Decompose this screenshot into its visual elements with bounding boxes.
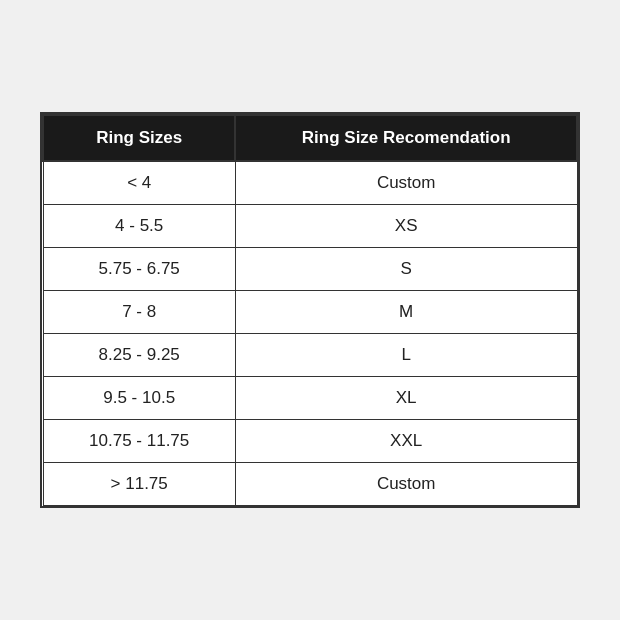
table-row: < 4Custom	[43, 161, 577, 205]
recommendation-value: Custom	[235, 463, 577, 506]
table-row: 4 - 5.5XS	[43, 205, 577, 248]
ring-size-value: 7 - 8	[43, 291, 235, 334]
recommendation-value: XXL	[235, 420, 577, 463]
ring-size-value: 5.75 - 6.75	[43, 248, 235, 291]
ring-size-value: 10.75 - 11.75	[43, 420, 235, 463]
recommendation-value: XL	[235, 377, 577, 420]
ring-size-chart: Ring Sizes Ring Size Recomendation < 4Cu…	[40, 112, 580, 508]
table-row: 9.5 - 10.5XL	[43, 377, 577, 420]
table-row: 10.75 - 11.75XXL	[43, 420, 577, 463]
recommendation-value: Custom	[235, 161, 577, 205]
ring-size-value: 8.25 - 9.25	[43, 334, 235, 377]
recommendation-value: XS	[235, 205, 577, 248]
ring-size-value: > 11.75	[43, 463, 235, 506]
ring-size-value: < 4	[43, 161, 235, 205]
recommendation-value: L	[235, 334, 577, 377]
recommendation-value: M	[235, 291, 577, 334]
col-header-recommendation: Ring Size Recomendation	[235, 115, 577, 161]
table-row: > 11.75Custom	[43, 463, 577, 506]
ring-size-value: 4 - 5.5	[43, 205, 235, 248]
col-header-ring-sizes: Ring Sizes	[43, 115, 235, 161]
ring-size-value: 9.5 - 10.5	[43, 377, 235, 420]
table-row: 7 - 8M	[43, 291, 577, 334]
recommendation-value: S	[235, 248, 577, 291]
table-row: 8.25 - 9.25L	[43, 334, 577, 377]
table-row: 5.75 - 6.75S	[43, 248, 577, 291]
